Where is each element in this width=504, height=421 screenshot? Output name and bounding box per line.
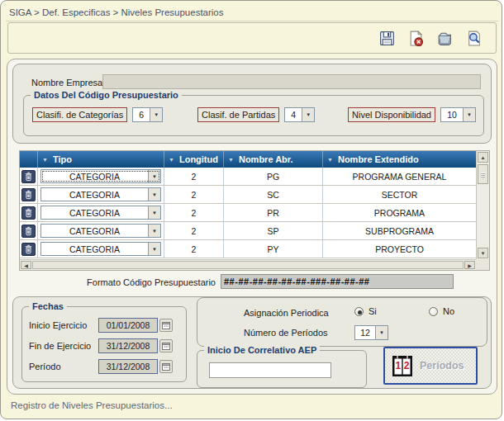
row-nombre-extendido-cell: SUBPROGRAMA [323, 222, 476, 239]
row-longitud-cell: 2 [164, 168, 224, 185]
periodo-row: Período 31/12/2008 [22, 359, 186, 374]
vertical-scroll-thumb[interactable] [478, 164, 488, 184]
periodo-field[interactable]: 31/12/2008 [98, 359, 158, 374]
chevron-down-icon[interactable]: ▼ [148, 206, 160, 219]
scroll-left-icon[interactable]: ◀ [21, 261, 31, 269]
chevron-down-icon[interactable]: ▼ [463, 108, 475, 121]
company-name-field [102, 74, 481, 89]
delete-record-button[interactable] [407, 29, 425, 47]
calendar-icon [162, 321, 170, 329]
table-row: CATEGORIA ▼ 2 PG PROGRAMA GENERAL [20, 168, 476, 186]
chevron-down-icon[interactable]: ▼ [302, 108, 314, 121]
fin-ejercicio-row: Fin de Ejercicio 31/12/2008 [22, 338, 186, 353]
tipo-value: CATEGORIA [41, 243, 148, 255]
tipo-combobox[interactable]: CATEGORIA ▼ [40, 224, 161, 238]
disponibilidad-value: 10 [441, 108, 463, 121]
header-tipo[interactable]: ▼ Tipo [38, 151, 164, 168]
inicio-ejercicio-label: Inicio Ejercicio [29, 320, 87, 330]
radio-no[interactable]: No [429, 306, 454, 316]
horizontal-scroll-thumb[interactable] [32, 261, 464, 269]
periodos-button-label: Períodos [420, 360, 464, 371]
delete-row-button[interactable] [21, 243, 36, 256]
trash-icon [24, 226, 33, 236]
disponibilidad-select[interactable]: 10 ▼ [440, 107, 476, 122]
radio-si[interactable]: Si [354, 306, 377, 316]
delete-row-button[interactable] [21, 206, 36, 220]
scroll-right-icon[interactable]: ▶ [464, 261, 475, 269]
header-longitud[interactable]: ▼ Longitud [164, 151, 224, 168]
row-nombre-extendido-cell: SECTOR [323, 186, 476, 203]
radio-si-label: Si [368, 306, 377, 316]
categories-select[interactable]: 6 ▼ [132, 107, 163, 122]
header-longitud-label: Longitud [179, 154, 218, 164]
fin-ejercicio-label: Fin de Ejercicio [29, 341, 91, 351]
periodos-button[interactable]: 1 2 Períodos [383, 347, 478, 385]
fin-ejercicio-calendar-button[interactable] [159, 339, 173, 352]
tipo-value: CATEGORIA [41, 170, 148, 182]
partidas-value: 4 [285, 108, 302, 121]
calendar-icon [162, 342, 170, 350]
svg-text:1: 1 [395, 360, 401, 371]
partidas-label: Clasif. de Partidas [197, 107, 279, 122]
tipo-combobox[interactable]: CATEGORIA ▼ [40, 169, 161, 183]
num-periodos-select[interactable]: 12 ▼ [354, 325, 388, 340]
tipo-combobox[interactable]: CATEGORIA ▼ [40, 187, 161, 201]
tipo-combobox[interactable]: CATEGORIA ▼ [40, 206, 161, 220]
disponibilidad-field-group: Nivel Disponibilidad 10 ▼ [348, 107, 476, 122]
row-tipo-cell: CATEGORIA ▼ [38, 222, 164, 239]
correlativo-input[interactable] [209, 362, 331, 378]
trash-icon [24, 172, 33, 182]
sort-icon: ▼ [228, 157, 234, 163]
delete-record-icon [407, 30, 425, 47]
inicio-ejercicio-field[interactable]: 01/01/2008 [98, 318, 158, 333]
num-periodos-value: 12 [355, 326, 375, 339]
delete-row-button[interactable] [21, 225, 36, 238]
num-periodos-label: Número de Períodos [244, 328, 328, 338]
chevron-down-icon[interactable]: ▼ [148, 170, 160, 182]
chevron-down-icon[interactable]: ▼ [375, 326, 388, 339]
dates-legend: Fechas [29, 301, 67, 311]
chevron-down-icon[interactable]: ▼ [150, 108, 162, 121]
company-section: Nombre Empresa Datos Del Código Presupue… [12, 64, 492, 144]
sort-icon: ▼ [327, 157, 333, 163]
header-nombre-extendido[interactable]: ▼ Nombre Extendido [323, 151, 476, 168]
tipo-value: CATEGORIA [41, 188, 148, 201]
scroll-up-icon[interactable]: ▲ [478, 152, 488, 163]
horizontal-scrollbar[interactable]: ◀ ▶ [20, 259, 476, 270]
table-row: CATEGORIA ▼ 2 PR PROGRAMA [20, 204, 476, 222]
status-bar: Registro de Niveles Presupuestarios... [11, 400, 173, 410]
row-longitud-cell: 2 [164, 204, 224, 221]
dates-section: Fechas Inicio Ejercicio 01/01/2008 Fin d… [12, 296, 492, 389]
fin-ejercicio-field[interactable]: 31/12/2008 [98, 338, 158, 353]
row-nombre-abr-cell: PY [224, 240, 323, 258]
periodo-calendar-button[interactable] [159, 360, 173, 373]
inicio-ejercicio-calendar-button[interactable] [159, 319, 173, 332]
row-longitud-cell: 2 [164, 186, 224, 203]
periodic-assignment-group: Asignación Periodica Si No Número de Per… [197, 297, 487, 347]
radio-unselected-icon [429, 307, 438, 316]
trash-icon [24, 208, 33, 218]
folder-icon [435, 30, 454, 47]
app-window: SIGA > Def. Especificas > Niveles Presup… [0, 0, 502, 419]
disponibilidad-label: Nivel Disponibilidad [348, 107, 435, 122]
partidas-select[interactable]: 4 ▼ [284, 107, 315, 122]
delete-row-button[interactable] [21, 170, 36, 183]
radio-selected-icon [354, 307, 364, 316]
scroll-down-icon[interactable]: ▼ [478, 248, 488, 258]
chevron-down-icon[interactable]: ▼ [148, 243, 160, 255]
chevron-down-icon[interactable]: ▼ [148, 225, 160, 237]
search-button[interactable] [464, 29, 483, 47]
categories-value: 6 [133, 108, 150, 121]
tipo-combobox[interactable]: CATEGORIA ▼ [40, 242, 161, 256]
row-tipo-cell: CATEGORIA ▼ [38, 240, 164, 258]
folder-button[interactable] [435, 29, 454, 47]
row-nombre-extendido-cell: PROGRAMA [323, 204, 476, 221]
vertical-scrollbar[interactable]: ▲ ▼ [476, 151, 489, 259]
company-name-label: Nombre Empresa [31, 78, 102, 88]
periods-calendar-icon: 1 2 [391, 353, 414, 378]
header-nombre-abr[interactable]: ▼ Nombre Abr. [224, 151, 323, 168]
save-button[interactable] [378, 29, 396, 47]
delete-row-button[interactable] [21, 188, 36, 201]
row-delete-cell [20, 222, 38, 239]
chevron-down-icon[interactable]: ▼ [148, 188, 160, 201]
